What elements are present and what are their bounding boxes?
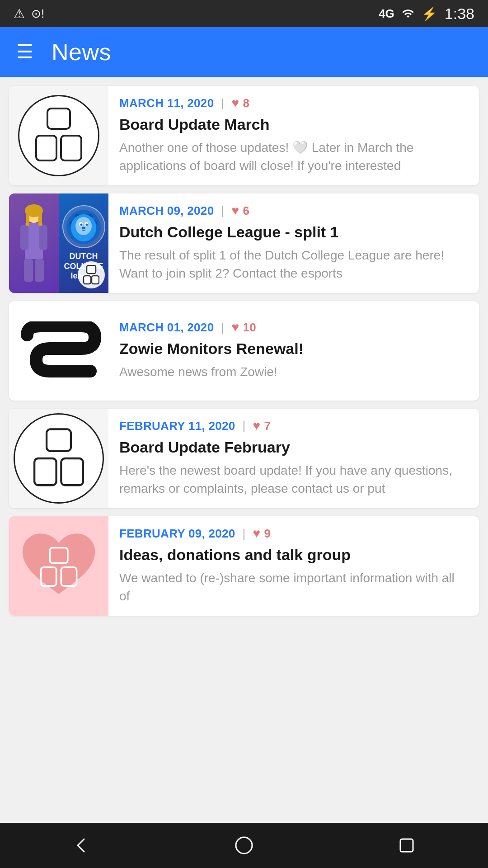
card-likes-1: ♥ 8 [231,96,249,110]
logo-circle-icon-4 [14,413,104,504]
svg-rect-25 [61,458,83,485]
logo-circle-icon [18,95,99,176]
card-excerpt-3: Awesome news from Zowie! [119,363,468,382]
card-body-4: FEBRUARY 11, 2020 | ♥ 7 Board Update Feb… [108,409,479,508]
app-bar: ☰ News [0,27,488,77]
separator-2: | [221,204,224,218]
svg-rect-10 [26,212,29,226]
dcl-overlay: DUTCH COLLEGEleague [9,193,108,293]
card-likes-2: ♥ 6 [231,203,249,218]
card-body-1: MARCH 11, 2020 | ♥ 8 Board Update March … [108,86,479,185]
separator-3: | [221,321,224,335]
svg-rect-11 [38,212,42,226]
svg-point-18 [86,223,88,226]
heart-icon-4: ♥ [253,419,261,433]
page-title: News [52,38,111,66]
card-date-2: MARCH 09, 2020 [119,204,214,218]
likes-count-5: 9 [264,527,271,541]
likes-count-3: 10 [243,321,256,335]
svg-point-17 [80,223,83,226]
svg-rect-7 [24,259,33,282]
status-time: 1:38 [445,5,474,23]
separator: | [221,96,224,110]
likes-count-4: 7 [264,419,271,433]
battery-icon: ⚡ [422,6,437,21]
card-meta-4: FEBRUARY 11, 2020 | ♥ 7 [119,419,468,433]
card-meta-3: MARCH 01, 2020 | ♥ 10 [119,320,468,335]
status-bar: ⚠ ⊙! 4G ⚡ 1:38 [0,0,488,27]
svg-rect-2 [61,136,81,160]
card-image-5 [9,516,108,616]
card-excerpt-1: Another one of those updates! 🤍 Later in… [119,139,468,175]
card-image-2: DUTCH COLLEGEleague [9,193,108,293]
card-date-3: MARCH 01, 2020 [119,321,214,335]
heart-icon-2: ♥ [231,203,239,218]
card-body-5: FEBRUARY 09, 2020 | ♥ 9 Ideas, donations… [108,516,479,616]
card-title-2: Dutch College League - split 1 [119,222,468,242]
card-body-2: MARCH 09, 2020 | ♥ 6 Dutch College Leagu… [108,193,479,293]
card-excerpt-4: Here's the newest board update! If you h… [119,462,468,498]
card-date-5: FEBRUARY 09, 2020 [119,527,235,541]
card-likes-4: ♥ 7 [253,419,271,433]
svg-point-19 [82,226,85,229]
card-meta-5: FEBRUARY 09, 2020 | ♥ 9 [119,526,468,541]
card-body-3: MARCH 01, 2020 | ♥ 10 Zowie Monitors Ren… [108,301,479,401]
card-image-4 [9,409,108,508]
signal-icon [402,7,414,20]
news-card-5[interactable]: FEBRUARY 09, 2020 | ♥ 9 Ideas, donations… [9,516,479,616]
card-excerpt-5: We wanted to (re-)share some important i… [119,569,468,606]
likes-count-2: 6 [243,204,249,218]
news-card-1[interactable]: MARCH 11, 2020 | ♥ 8 Board Update March … [9,86,479,185]
svg-point-29 [236,837,252,854]
svg-rect-20 [87,265,96,274]
card-image-1 [9,86,108,185]
svg-rect-1 [36,136,56,160]
card-meta-2: MARCH 09, 2020 | ♥ 6 [119,203,468,218]
svg-rect-24 [34,458,56,485]
card-likes-3: ♥ 10 [231,320,256,335]
news-card-4[interactable]: FEBRUARY 11, 2020 | ♥ 7 Board Update Feb… [9,409,479,508]
svg-rect-5 [20,225,28,250]
status-left: ⚠ ⊙! [14,6,44,21]
svg-point-14 [75,217,92,235]
svg-rect-30 [400,839,413,852]
svg-rect-22 [92,276,99,284]
dcl-right: DUTCH COLLEGEleague [59,193,108,293]
news-list: MARCH 11, 2020 | ♥ 8 Board Update March … [0,77,488,823]
heart-icon-1: ♥ [231,96,239,110]
card-date-1: MARCH 11, 2020 [119,96,214,110]
svg-rect-6 [39,225,47,250]
card-title-5: Ideas, donations and talk group [119,545,468,565]
dcl-left [9,193,59,293]
home-button[interactable] [226,827,262,863]
svg-rect-21 [84,276,91,284]
svg-rect-8 [35,259,44,282]
card-likes-5: ♥ 9 [253,526,271,541]
hamburger-menu-icon[interactable]: ☰ [16,42,33,61]
card-title-4: Board Update February [119,438,468,457]
svg-rect-0 [47,108,70,129]
separator-5: | [243,527,246,541]
recents-button[interactable] [389,827,425,863]
likes-count-1: 8 [243,96,249,110]
separator-4: | [243,419,246,433]
bottom-navigation [0,823,488,868]
svg-rect-23 [47,429,71,451]
card-image-3 [9,301,108,401]
media-icon: ⊙! [31,7,44,21]
zowie-logo [14,315,104,387]
news-card-2[interactable]: DUTCH COLLEGEleague MARCH 09 [9,193,479,293]
warning-icon: ⚠ [14,6,25,21]
heart-icon-3: ♥ [231,320,239,335]
card-title-1: Board Update March [119,115,468,134]
card-title-3: Zowie Monitors Renewal! [119,339,468,359]
heart-icon-5: ♥ [253,526,261,541]
dcl-banner: DUTCH COLLEGEleague [9,193,108,293]
back-button[interactable] [63,827,99,863]
card-meta-1: MARCH 11, 2020 | ♥ 8 [119,96,468,110]
status-right: 4G ⚡ 1:38 [379,5,474,23]
card-excerpt-2: The result of split 1 of the Dutch Colle… [119,246,468,283]
news-card-3[interactable]: MARCH 01, 2020 | ♥ 10 Zowie Monitors Ren… [9,301,479,401]
card-date-4: FEBRUARY 11, 2020 [119,419,235,433]
network-indicator: 4G [379,7,394,21]
